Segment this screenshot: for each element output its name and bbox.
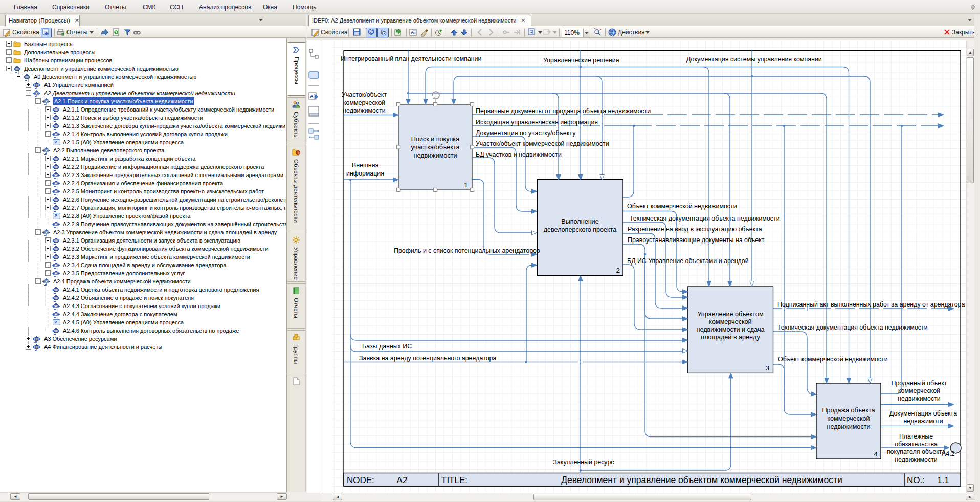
svg-text:Объект коммерческой недвижимос: Объект коммерческой недвижимости: [627, 203, 737, 210]
svg-text:Объект коммерческой недвижимос: Объект коммерческой недвижимости: [778, 356, 888, 363]
svg-text:Участок/объект: Участок/объект: [342, 91, 387, 98]
svg-text:1: 1: [464, 181, 468, 189]
svg-text:4: 4: [874, 450, 878, 458]
svg-text:Участок/объект коммерческой не: Участок/объект коммерческой недвижимости: [476, 140, 609, 147]
svg-text:А4.2: А4.2: [942, 450, 955, 457]
svg-text:Закупленный ресурс: Закупленный ресурс: [553, 459, 614, 466]
svg-text:Документация системы управлени: Документация системы управления компании: [686, 56, 822, 63]
svg-text:TITLE:: TITLE:: [441, 475, 467, 485]
svg-text:Техническая документация объек: Техническая документация объекта недвижи…: [630, 215, 780, 222]
svg-text:Продажа объекта: Продажа объекта: [822, 407, 875, 414]
svg-text:информация: информация: [346, 170, 384, 177]
svg-text:покупателя объекта: покупателя объекта: [887, 448, 945, 455]
svg-text:Внешняя: Внешняя: [352, 162, 378, 169]
svg-text:коммерческой: коммерческой: [827, 415, 870, 422]
svg-text:2: 2: [616, 267, 620, 274]
svg-text:Проданный объект: Проданный объект: [892, 380, 947, 387]
svg-text:Документация объекта: Документация объекта: [889, 410, 957, 417]
svg-text:недвижимости: недвижимости: [898, 395, 941, 402]
svg-text:Выполнение: Выполнение: [561, 218, 598, 225]
svg-text:Интегрированный план деятельно: Интегрированный план деятельности компан…: [341, 55, 482, 62]
svg-text:недвижимости: недвижимости: [343, 107, 386, 114]
svg-text:Управление объектом: Управление объектом: [697, 311, 763, 318]
svg-text:недвижимости и сдача: недвижимости и сдача: [697, 326, 765, 333]
svg-text:недвижимоти: недвижимоти: [903, 418, 943, 425]
svg-text:Управленческие решения: Управленческие решения: [543, 57, 619, 64]
svg-text:Профиль и с список потенциальн: Профиль и с список потенциальных арендат…: [394, 247, 540, 254]
svg-text:Базы данных ИС: Базы данных ИС: [362, 343, 412, 350]
svg-text:коммерческой: коммерческой: [709, 318, 751, 325]
svg-text:A: A: [369, 31, 372, 35]
svg-text:NO.:: NO.:: [907, 475, 925, 485]
svg-text:Разрешение на ввод в эксплуата: Разрешение на ввод в эксплуатацию объект…: [628, 226, 762, 233]
svg-text:Девелопмент и управление объек: Девелопмент и управление объектом коммер…: [561, 475, 842, 485]
svg-text:3: 3: [765, 364, 769, 372]
svg-text:Подписанный акт выполненных ра: Подписанный акт выполненных работ за аре…: [777, 301, 965, 308]
svg-text:коммерческой: коммерческой: [343, 99, 385, 106]
svg-text:участка/объекта: участка/объекта: [411, 144, 459, 151]
svg-text:коммерческой: коммерческой: [898, 387, 940, 395]
svg-text:недвижимости: недвижимости: [827, 423, 871, 430]
svg-text:Платёжные: Платёжные: [899, 433, 933, 440]
svg-text:Техническая документация объек: Техническая документация объекта недвижи…: [777, 324, 928, 331]
svg-text:Первичные документы от продавц: Первичные документы от продавца объекта …: [476, 107, 651, 115]
svg-text:Поиск и покупка: Поиск и покупка: [411, 136, 459, 143]
svg-text:девелоперского проекта: девелоперского проекта: [544, 226, 617, 233]
svg-text:NODE:: NODE:: [347, 475, 374, 485]
svg-text:1.1: 1.1: [937, 475, 949, 485]
svg-text:Документация по участку/объект: Документация по участку/объекту: [476, 129, 576, 137]
svg-text:недвижимости: недвижимости: [414, 152, 457, 159]
svg-text:БД ИС Управление объектами и а: БД ИС Управление объектами и арендой: [627, 257, 749, 265]
svg-text:A: A: [310, 94, 314, 99]
svg-text:площадей в аренду: площадей в аренду: [701, 334, 760, 341]
svg-text:Заявка на аренду потенциальног: Заявка на аренду потенциального арендато…: [359, 355, 496, 362]
svg-text:Правоустанавливающие документы: Правоустанавливающие документы на объект: [628, 236, 765, 244]
svg-text:Исходящая управленческая инфор: Исходящая управленческая информация: [476, 119, 598, 126]
svg-text:БД участков и недвижимости: БД участков и недвижимости: [476, 151, 562, 158]
svg-text:обязательства: обязательства: [895, 441, 938, 448]
svg-text:А2: А2: [397, 475, 408, 485]
svg-text:недвижимости: недвижимости: [895, 456, 938, 463]
